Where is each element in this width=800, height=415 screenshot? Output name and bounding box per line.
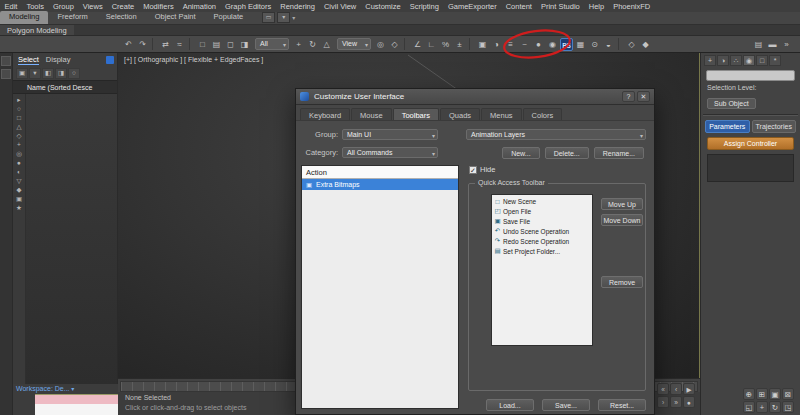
select-and-scale-icon[interactable]: △ xyxy=(320,38,333,51)
menu-item[interactable]: Group xyxy=(48,2,78,11)
play-animation-icon[interactable]: ▶ xyxy=(683,383,695,395)
maxscript-listener-row[interactable] xyxy=(35,404,118,415)
modify-tab-icon[interactable]: ◑ xyxy=(717,55,729,66)
dialog-tab[interactable]: Colors xyxy=(523,108,563,120)
select-by-name-icon[interactable]: ▤ xyxy=(210,38,223,51)
toolbar-manage-button[interactable]: Delete... xyxy=(545,147,589,159)
dialog-tab[interactable]: Menus xyxy=(481,108,522,120)
display-cameras-icon[interactable]: + xyxy=(14,140,24,149)
display-containers-icon[interactable]: ▣ xyxy=(14,194,24,203)
select-and-manipulate-icon[interactable]: ◇ xyxy=(388,38,401,51)
ribbon-panel-polygon-modeling[interactable]: Polygon Modeling xyxy=(0,25,74,35)
select-and-rotate-icon[interactable]: ↻ xyxy=(306,38,319,51)
action-listbox[interactable]: Action ▣ Extra Bitmaps xyxy=(301,165,459,409)
ribbon-tab[interactable]: Object Paint xyxy=(146,11,205,24)
ribbon-tab[interactable]: Populate xyxy=(205,11,253,24)
ribbon-toggle-icon[interactable]: ▬ xyxy=(766,38,779,51)
display-shapes-icon[interactable]: △ xyxy=(14,122,24,131)
scene-explorer-tab[interactable]: Select xyxy=(18,55,39,65)
object-name-field[interactable] xyxy=(706,70,795,81)
angle-snap-icon[interactable]: ∟ xyxy=(425,38,438,51)
display-groups-icon[interactable]: ◐ xyxy=(14,167,24,176)
pan-view-icon[interactable]: + xyxy=(756,401,768,413)
menu-item[interactable]: Modifiers xyxy=(139,2,178,11)
menu-item[interactable]: Animation xyxy=(178,2,220,11)
ribbon-tab[interactable]: Selection xyxy=(97,11,146,24)
menu-item[interactable]: Scripting xyxy=(405,2,443,11)
previous-frame-icon[interactable]: ‹ xyxy=(670,383,682,395)
dialog-tab[interactable]: Quads xyxy=(440,108,480,120)
search-icon[interactable]: ○ xyxy=(68,68,80,79)
menu-item[interactable]: Customize xyxy=(361,2,405,11)
hierarchy-tab-icon[interactable]: ∴ xyxy=(730,55,742,66)
select-and-move-icon[interactable]: + xyxy=(292,38,305,51)
trajectories-button[interactable]: Trajectories xyxy=(752,120,797,133)
snaps-toggle-icon[interactable]: ∠ xyxy=(411,38,424,51)
phoenix-toolbar-icon[interactable]: ◆ xyxy=(639,38,652,51)
selection-filter-combo[interactable]: All xyxy=(255,38,289,50)
chevron-down-icon[interactable]: ▾ xyxy=(292,14,295,21)
display-none-icon[interactable]: ○ xyxy=(14,104,24,113)
bind-to-space-warp-icon[interactable]: ≈ xyxy=(173,38,186,51)
motion-tab-icon[interactable]: ◉ xyxy=(743,55,755,66)
menu-item[interactable]: Help xyxy=(584,2,608,11)
toolbar-manage-button[interactable]: New... xyxy=(502,147,539,159)
select-and-link-icon[interactable]: ⇄ xyxy=(159,38,172,51)
render-iterative-icon[interactable]: ◒ xyxy=(602,38,615,51)
maxscript-macro-recorder-row[interactable] xyxy=(35,394,118,404)
dialog-tab[interactable]: Toolbars xyxy=(393,108,439,120)
menu-item[interactable]: Civil View xyxy=(319,2,360,11)
name-column-header[interactable]: Name (Sorted Desce xyxy=(13,80,117,94)
layer-explorer-icon[interactable]: ▤ xyxy=(752,38,765,51)
reset-button[interactable]: Reset... xyxy=(598,399,646,411)
ribbon-config-icon[interactable]: ▾ xyxy=(277,12,290,23)
zoom-icon[interactable]: ⊕ xyxy=(743,388,755,400)
display-lights-icon[interactable]: ◇ xyxy=(14,131,24,140)
quick-access-item[interactable]: □ New Scene xyxy=(492,196,592,206)
reference-coordinate-system-combo[interactable]: View xyxy=(337,38,371,50)
load-button[interactable]: Load... xyxy=(486,399,534,411)
group-dropdown[interactable]: Main UI xyxy=(342,129,438,140)
zoom-all-icon[interactable]: ⊞ xyxy=(756,388,768,400)
menu-item[interactable]: Rendering xyxy=(276,2,320,11)
viewport-layout-tab-icon[interactable] xyxy=(1,56,11,66)
move-up-button[interactable]: Move Up xyxy=(601,198,643,210)
remove-button[interactable]: Remove xyxy=(601,276,643,288)
zoom-region-icon[interactable]: ◱ xyxy=(743,401,755,413)
go-to-end-icon[interactable]: » xyxy=(670,396,682,408)
render-setup-icon[interactable]: ◉ xyxy=(546,38,559,51)
zoom-extents-all-icon[interactable]: ⊠ xyxy=(782,388,794,400)
photoshop-badge-icon[interactable]: PS xyxy=(560,38,573,51)
quick-access-item[interactable]: ▤ Set Project Folder... xyxy=(492,246,592,256)
zoom-extents-icon[interactable]: ▣ xyxy=(769,388,781,400)
quick-access-item[interactable]: ◰ Open File xyxy=(492,206,592,216)
menu-item[interactable]: PhoenixFD xyxy=(609,2,655,11)
orbit-icon[interactable]: ↻ xyxy=(769,401,781,413)
display-materials-icon[interactable]: ★ xyxy=(14,203,24,212)
create-tab-icon[interactable]: + xyxy=(704,55,716,66)
viewport-label[interactable]: [+] [ Orthographic ] [ Flexible + EdgedF… xyxy=(124,56,263,63)
use-pivot-point-center-icon[interactable]: ◎ xyxy=(374,38,387,51)
scene-explorer-search-icon[interactable] xyxy=(106,56,114,64)
menu-item[interactable]: Content xyxy=(501,2,536,11)
hide-checkbox[interactable]: ✓ xyxy=(469,166,477,174)
quick-access-item[interactable]: ↷ Redo Scene Operation xyxy=(492,236,592,246)
redo-icon[interactable]: ↷ xyxy=(136,38,149,51)
controller-list-box[interactable] xyxy=(707,154,794,182)
curve-editor-icon[interactable]: ~ xyxy=(518,38,531,51)
select-invert-icon[interactable]: ◨ xyxy=(55,68,67,79)
display-spacewarps-icon[interactable]: ● xyxy=(14,158,24,167)
display-geometry-icon[interactable]: □ xyxy=(14,113,24,122)
menu-item[interactable]: Views xyxy=(78,2,107,11)
ribbon-tab[interactable]: Modeling xyxy=(0,11,48,24)
action-column-header[interactable]: Action xyxy=(302,166,458,179)
scene-explorer-tab[interactable]: Display xyxy=(46,55,71,65)
menu-item[interactable]: Edit xyxy=(0,2,22,11)
display-tab-icon[interactable]: □ xyxy=(756,55,768,66)
close-icon[interactable]: ✕ xyxy=(637,91,650,102)
category-dropdown[interactable]: All Commands xyxy=(342,147,438,158)
undo-icon[interactable]: ↶ xyxy=(122,38,135,51)
toolbar-manage-button[interactable]: Rename... xyxy=(594,147,644,159)
menu-item[interactable]: Tools xyxy=(22,2,49,11)
lock-selection-icon[interactable]: ▣ xyxy=(16,68,28,79)
